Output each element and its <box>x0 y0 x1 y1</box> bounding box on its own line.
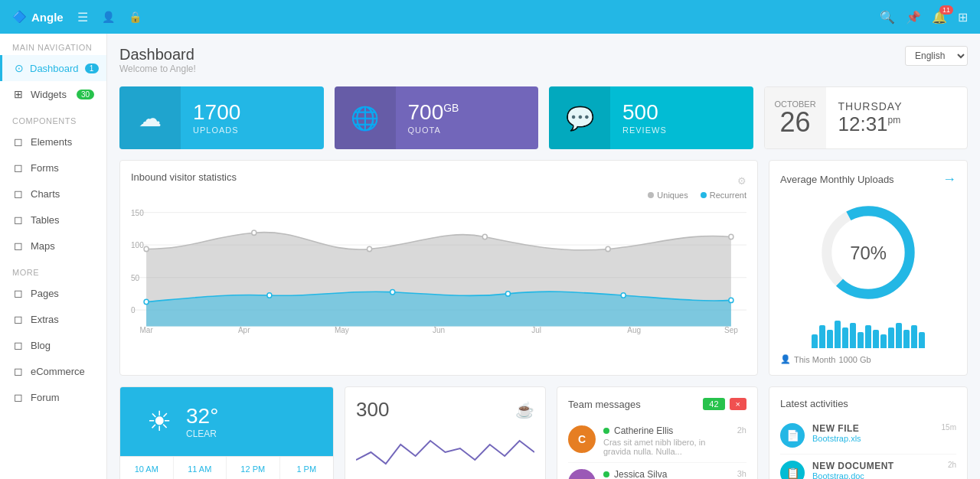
legend-uniques: Uniques <box>648 191 688 200</box>
svg-text:May: May <box>335 326 350 334</box>
weather-temperature: 32° <box>186 404 218 428</box>
dashboard-badge: 1 <box>85 64 99 73</box>
online-dot-0 <box>603 428 609 434</box>
message-time-0: 2h <box>737 425 746 456</box>
donut-chart: 70% <box>818 203 918 302</box>
monthly-uploads-panel: Average Monthly Uploads → 70% 👤 This Mon… <box>769 160 968 376</box>
weather-main: ☀ 32° CLEAR <box>120 387 333 456</box>
team-messages-title: Team messages <box>568 399 641 410</box>
page-subtitle: Welcome to Angle! <box>119 64 196 74</box>
lock-icon[interactable]: 🔒 <box>129 11 142 23</box>
quota-value: 700GB <box>408 101 527 125</box>
message-time-1: 3h <box>737 469 746 479</box>
sidebar-item-tables[interactable]: ◻ Tables <box>0 207 106 233</box>
inbound-chart-svg: 150 100 50 0 <box>131 204 746 334</box>
svg-text:Mar: Mar <box>139 326 153 334</box>
reviews-label: REVIEWS <box>622 125 741 135</box>
activity-title-0: NEW FILE <box>812 423 934 434</box>
panel-arrow-icon[interactable]: → <box>942 171 956 187</box>
coffee-icon: ☕ <box>515 401 534 419</box>
sidebar-label-charts: Charts <box>31 188 60 200</box>
sidebar-label-maps: Maps <box>31 240 55 252</box>
sidebar-item-forms[interactable]: ◻ Forms <box>0 155 106 181</box>
top-navigation: 🔷 Angle ☰ 👤 🔒 🔍 📌 🔔 11 ⊞ <box>0 0 980 34</box>
message-name-1: Jessica Silva <box>603 469 730 479</box>
sidebar-label-forum: Forum <box>31 392 60 403</box>
avatar-1: J <box>568 469 596 479</box>
user-icon[interactable]: 👤 <box>102 11 115 23</box>
this-month-label: This Month <box>794 355 835 364</box>
forecast-12pm: 12 PM ⛅ 20% 30° <box>227 457 280 479</box>
this-month-value: 1000 Gb <box>838 355 871 364</box>
uploads-label: UPLOADS <box>193 125 312 135</box>
message-name-0: Catherine Ellis <box>603 425 730 436</box>
sidebar-item-elements[interactable]: ◻ Elements <box>0 129 106 155</box>
svg-text:0: 0 <box>131 306 136 314</box>
sidebar-item-forum[interactable]: ◻ Forum <box>0 384 106 410</box>
upload-person-icon: 👤 <box>780 354 791 364</box>
mini-line-chart <box>356 429 534 475</box>
pin-icon[interactable]: 📌 <box>906 10 921 24</box>
svg-point-8 <box>144 246 149 251</box>
sidebar-item-charts[interactable]: ◻ Charts <box>0 181 106 207</box>
quota-label: QUOTA <box>408 125 527 135</box>
weather-forecast: 10 AM ⛅ 20% 27° 11 AM ⛅ 30% 28° 12 PM ⛅ <box>120 456 333 479</box>
sidebar-label-blog: Blog <box>31 340 51 351</box>
activity-sub-0: Bootstrap.xls <box>812 434 934 443</box>
middle-row: Inbound visitor statistics ⚙ Uniques Rec… <box>119 160 968 376</box>
svg-point-15 <box>267 293 272 298</box>
stat-cards-row: ☁ 1700 UPLOADS 🌐 700GB QUOTA 💬 <box>119 86 968 149</box>
notification-badge[interactable]: 🔔 11 <box>932 10 947 24</box>
sidebar-item-extras[interactable]: ◻ Extras <box>0 306 106 332</box>
layout: Main Navigation ⊙ Dashboard 1 ⊞ Widgets … <box>0 34 980 479</box>
weather-description: CLEAR <box>186 428 218 439</box>
brand-logo[interactable]: 🔷 Angle <box>12 10 64 24</box>
svg-text:Jul: Jul <box>531 326 541 334</box>
inbound-chart-card: Inbound visitor statistics ⚙ Uniques Rec… <box>119 160 758 376</box>
sidebar-item-blog[interactable]: ◻ Blog <box>0 332 106 358</box>
sidebar-item-ecommerce[interactable]: ◻ eCommerce <box>0 358 106 384</box>
language-selector[interactable]: English Spanish <box>905 46 968 66</box>
mini-bar <box>888 327 894 348</box>
inbound-chart-title: Inbound visitor statistics <box>131 171 237 183</box>
sidebar-item-pages[interactable]: ◻ Pages <box>0 280 106 306</box>
brand-name: Angle <box>31 11 64 24</box>
chart-legend: Uniques Recurrent <box>131 191 746 200</box>
search-icon[interactable]: 🔍 <box>880 10 895 24</box>
mini-bar <box>896 323 902 348</box>
message-text-0: Cras sit amet nibh libero, in gravida nu… <box>603 438 730 456</box>
menu-icon[interactable]: ☰ <box>77 10 88 24</box>
sidebar-item-widgets[interactable]: ⊞ Widgets 30 <box>0 81 106 107</box>
mini-bar <box>827 330 833 348</box>
pages-icon: ◻ <box>12 287 24 299</box>
maps-icon: ◻ <box>12 240 24 252</box>
mini-bar <box>873 330 879 348</box>
activity-item-0: 📄 NEW FILE Bootstrap.xls 15m <box>780 417 956 455</box>
avatar-0: C <box>568 425 596 453</box>
chart-options-icon[interactable]: ⚙ <box>737 175 746 187</box>
svg-point-10 <box>368 246 372 251</box>
panel-title: Average Monthly Uploads → <box>780 171 956 187</box>
team-btn-close[interactable]: × <box>730 398 746 410</box>
sidebar-item-maps[interactable]: ◻ Maps <box>0 233 106 259</box>
sidebar-item-dashboard[interactable]: ⊙ Dashboard 1 <box>0 55 106 81</box>
quota-card: 🌐 700GB QUOTA <box>335 86 539 149</box>
date-weekday: THURSDAY <box>838 100 903 112</box>
grid-icon[interactable]: ⊞ <box>958 10 968 24</box>
svg-point-14 <box>144 299 149 304</box>
bottom-row: ☀ 32° CLEAR 10 AM ⛅ 20% 27° 11 AM <box>119 386 968 479</box>
mini-bar <box>835 321 841 348</box>
team-btn-count[interactable]: 42 <box>703 398 724 410</box>
message-item-1: J Jessica Silva Cras sit amet nibh liber… <box>568 463 746 479</box>
widgets-icon: ⊞ <box>12 88 24 100</box>
charts-icon: ◻ <box>12 187 24 200</box>
mini-bar <box>911 325 917 348</box>
dashboard-icon: ⊙ <box>15 62 24 74</box>
svg-text:Apr: Apr <box>238 326 250 334</box>
svg-text:Sep: Sep <box>724 326 738 334</box>
more-label: More <box>0 259 106 280</box>
ecommerce-icon: ◻ <box>12 365 24 377</box>
svg-point-13 <box>729 234 733 239</box>
elements-icon: ◻ <box>12 135 24 148</box>
monthly-uploads-title: Average Monthly Uploads <box>780 174 894 185</box>
